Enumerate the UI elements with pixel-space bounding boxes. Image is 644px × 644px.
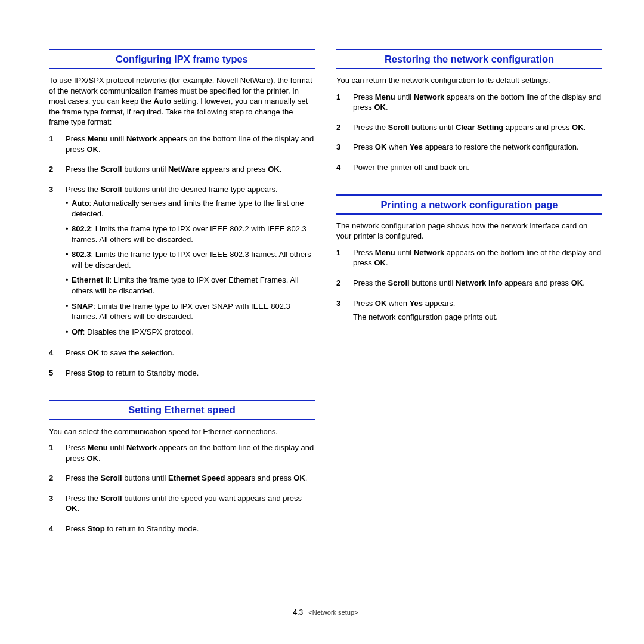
step: 3Press OK when Yes appears to restore th… [336,142,602,156]
section-restore: Restoring the network configuration You … [336,49,602,177]
section-title: Configuring IPX frame types [49,52,315,66]
step-text: Press OK to save the selection. [66,348,315,358]
section-intro: To use IPX/SPX protocol networks (for ex… [49,75,315,128]
step-body: Press the Scroll buttons until NetWare a… [66,164,315,178]
section-print-config: Printing a network configuration page Th… [336,194,602,326]
step-note: The network configuration page prints ou… [353,312,602,323]
step-body: Press Menu until Network appears on the … [66,442,315,467]
step: 3Press the Scroll buttons until the desi… [49,184,315,342]
step-number: 1 [49,442,57,467]
step: 2Press the Scroll buttons until Clear Se… [336,122,602,137]
step-list: 1Press Menu until Network appears on the… [49,134,315,382]
step-body: Press the Scroll buttons until Clear Set… [353,122,602,137]
step-list: 1Press Menu until Network appears on the… [336,247,602,326]
step-list: 1Press Menu until Network appears on the… [49,442,315,537]
section-intro: The network configuration page shows how… [336,221,602,242]
page-number: 4.3 [293,608,304,617]
section-heading: Setting Ethernet speed [49,400,315,420]
section-title: Setting Ethernet speed [49,403,315,416]
step-number: 3 [336,298,345,326]
step-text: Press the Scroll buttons until the desir… [66,184,315,195]
step-text: Press the Scroll buttons until Network I… [353,278,602,289]
step-text: Press Menu until Network appears on the … [353,92,602,113]
step-body: Press OK to save the selection. [66,348,315,362]
step-body: Power the printer off and back on. [353,162,602,177]
section-ipx: Configuring IPX frame types To use IPX/S… [49,49,315,382]
step-list: 1Press Menu until Network appears on the… [336,92,602,177]
step-number: 5 [49,368,57,382]
bullet-item: Auto: Automatically senses and limits th… [66,198,315,219]
section-heading: Printing a network configuration page [336,194,602,215]
step-body: Press the Scroll buttons until Network I… [353,278,602,292]
step: 2Press the Scroll buttons until Ethernet… [49,473,315,487]
step-number: 4 [49,348,57,362]
step-text: Press Menu until Network appears on the … [66,134,315,154]
step: 2Press the Scroll buttons until Network … [336,278,602,292]
step-body: Press the Scroll buttons until the desir… [66,184,315,342]
step-text: Press the Scroll buttons until the speed… [66,493,315,514]
bullet-item: SNAP: Limits the frame type to IPX over … [66,301,315,322]
step-body: Press the Scroll buttons until the speed… [66,493,315,518]
right-column: Restoring the network configuration You … [336,49,602,555]
section-ethernet-speed: Setting Ethernet speed You can select th… [49,400,315,537]
step: 2Press the Scroll buttons until NetWare … [49,164,315,178]
step-number: 3 [49,184,57,342]
step: 1Press Menu until Network appears on the… [336,247,602,272]
step-text: Press Stop to return to Standby mode. [66,524,315,534]
bullet-item: Ethernet II: Limits the frame type to IP… [66,275,315,296]
step-body: Press the Scroll buttons until Ethernet … [66,473,315,487]
step-number: 4 [49,524,57,538]
section-intro: You can return the network configuration… [336,75,602,86]
step-number: 2 [49,473,57,487]
step: 3Press OK when Yes appears.The network c… [336,298,602,326]
step-number: 1 [49,134,57,158]
step-number: 2 [336,278,345,292]
step-body: Press Stop to return to Standby mode. [66,524,315,538]
step-body: Press Menu until Network appears on the … [353,247,602,272]
step-body: Press Menu until Network appears on the … [66,134,315,158]
left-column: Configuring IPX frame types To use IPX/S… [49,49,315,555]
step-body: Press Menu until Network appears on the … [353,92,602,116]
page-footer: 4.3 <Network setup> [49,605,602,620]
step-body: Press OK when Yes appears to restore the… [353,142,602,156]
step: 1Press Menu until Network appears on the… [49,442,315,467]
step-text: Press the Scroll buttons until Clear Set… [353,122,602,133]
step-text: Press Menu until Network appears on the … [353,247,602,268]
step-body: Press OK when Yes appears.The network co… [353,298,602,326]
step-number: 3 [336,142,345,156]
step: 4Press OK to save the selection. [49,348,315,362]
bullet-item: Off: Disables the IPX/SPX protocol. [66,327,315,338]
step-number: 1 [336,92,345,116]
section-title: Printing a network configuration page [336,198,602,211]
section-heading: Configuring IPX frame types [49,49,315,69]
step-text: Press Menu until Network appears on the … [66,442,315,463]
step: 1Press Menu until Network appears on the… [336,92,602,116]
bullet-item: 802.3: Limits the frame type to IPX over… [66,249,315,270]
step-text: Press OK when Yes appears. [353,298,602,309]
step-body: Press Stop to return to Standby mode. [66,368,315,382]
step-number: 4 [336,162,345,177]
step: 5Press Stop to return to Standby mode. [49,368,315,382]
step-number: 2 [336,122,345,137]
bullet-item: 802.2: Limits the frame type to IPX over… [66,224,315,244]
content-columns: Configuring IPX frame types To use IPX/S… [49,49,602,555]
step-number: 2 [49,164,57,178]
section-intro: You can select the communication speed f… [49,426,315,437]
step: 3Press the Scroll buttons until the spee… [49,493,315,518]
step: 4Press Stop to return to Standby mode. [49,524,315,538]
step: 4Power the printer off and back on. [336,162,602,177]
footer-section: <Network setup> [308,609,358,616]
step-number: 1 [336,247,345,272]
section-heading: Restoring the network configuration [336,49,602,69]
bullet-list: Auto: Automatically senses and limits th… [66,198,315,337]
step-text: Press the Scroll buttons until NetWare a… [66,164,315,175]
step: 1Press Menu until Network appears on the… [49,134,315,158]
step-text: Press OK when Yes appears to restore the… [353,142,602,153]
section-title: Restoring the network configuration [336,52,602,66]
step-number: 3 [49,493,57,518]
step-text: Press Stop to return to Standby mode. [66,368,315,379]
step-text: Press the Scroll buttons until Ethernet … [66,473,315,484]
step-text: Power the printer off and back on. [353,162,602,173]
